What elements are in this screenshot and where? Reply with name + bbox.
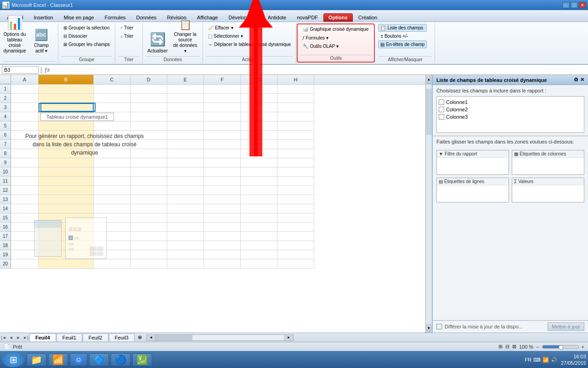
sheet-nav-first[interactable]: |◄ — [0, 334, 7, 341]
cell-R18C7[interactable] — [241, 241, 277, 250]
cell-R5C5[interactable] — [167, 121, 204, 131]
cell-R1C7[interactable] — [241, 85, 277, 94]
row-header-3[interactable]: 3 — [0, 103, 11, 112]
field-item-colonne1[interactable]: Colonne1 — [439, 98, 582, 106]
cell-R15C7[interactable] — [241, 213, 277, 223]
sheet-nav-prev[interactable]: ◄ — [7, 334, 15, 341]
hscroll-left[interactable]: ◄ — [147, 334, 156, 341]
cell-R2C5[interactable] — [167, 94, 204, 103]
boutons-plus-moins-btn[interactable]: ± Boutons +/- — [378, 32, 427, 40]
cell-R4C1[interactable] — [11, 112, 39, 121]
tab-antidote[interactable]: Antidote — [263, 13, 291, 22]
cell-R10C1[interactable] — [11, 167, 39, 177]
cell-R17C6[interactable] — [204, 232, 241, 241]
selectionner-btn[interactable]: ⬚ Sélectionner ▾ — [206, 32, 293, 40]
cell-R9C1[interactable] — [11, 158, 39, 167]
cell-R7C6[interactable] — [204, 140, 241, 149]
cell-R16C7[interactable] — [241, 223, 277, 232]
cell-R3C1[interactable] — [11, 103, 39, 112]
cell-R14C3[interactable] — [94, 204, 130, 213]
sheet-nav-last[interactable]: ►| — [22, 334, 29, 341]
scroll-thumb[interactable] — [426, 89, 432, 135]
col-header-G[interactable]: G — [241, 75, 277, 84]
update-btn[interactable]: Mettre à jour — [548, 322, 584, 331]
cell-R14C2[interactable] — [39, 204, 94, 213]
cell-R15C4[interactable] — [130, 213, 167, 223]
cell-R7C8[interactable] — [277, 140, 314, 149]
cell-R20C8[interactable] — [277, 259, 314, 269]
taskbar-chrome[interactable] — [70, 353, 87, 366]
tab-developpeur[interactable]: Développeur — [223, 13, 262, 22]
cell-R20C5[interactable] — [167, 259, 204, 269]
scroll-down-btn[interactable]: ▼ — [426, 323, 432, 333]
cell-R8C5[interactable] — [167, 149, 204, 158]
grouper-selection-btn[interactable]: ⊞ Grouper la sélection — [61, 24, 112, 32]
sheet-tab-feuil4[interactable]: Feuil4 — [29, 334, 56, 341]
row-header-10[interactable]: 10 — [0, 167, 11, 177]
panel-close-icon[interactable]: ✕ — [580, 77, 584, 83]
graphique-croise-btn[interactable]: 📊 Graphique croisé dynamique — [300, 25, 371, 33]
formula-input[interactable] — [51, 67, 586, 73]
title-bar-controls[interactable]: − □ ✕ — [562, 2, 586, 8]
cell-R9C6[interactable] — [204, 158, 241, 167]
col-header-B[interactable]: B — [39, 75, 94, 84]
effacer-btn[interactable]: 🧹 Effacer ▾ — [206, 24, 293, 32]
cell-R11C1[interactable] — [11, 177, 39, 186]
cell-R12C6[interactable] — [204, 186, 241, 195]
row-header-14[interactable]: 14 — [0, 204, 11, 213]
col-header-D[interactable]: D — [130, 75, 167, 84]
cell-R20C4[interactable] — [130, 259, 167, 269]
row-header-20[interactable]: 20 — [0, 259, 11, 269]
cell-R8C6[interactable] — [204, 149, 241, 158]
cell-R18C8[interactable] — [277, 241, 314, 250]
panel-settings-icon[interactable]: ⚙ — [574, 77, 578, 83]
selectionner-dropdown[interactable]: ▾ — [241, 34, 243, 39]
cell-R1C5[interactable] — [167, 85, 204, 94]
cell-R3C7[interactable] — [241, 103, 277, 112]
cell-R16C4[interactable] — [130, 223, 167, 232]
cell-R15C5[interactable] — [167, 213, 204, 223]
tab-options[interactable]: Options — [323, 13, 353, 22]
taskbar-excel[interactable]: 📁 — [27, 353, 46, 366]
effacer-dropdown[interactable]: ▾ — [231, 25, 233, 30]
cell-R19C6[interactable] — [204, 250, 241, 259]
cell-R10C4[interactable] — [130, 167, 167, 177]
cell-R17C5[interactable] — [167, 232, 204, 241]
cell-R5C7[interactable] — [241, 121, 277, 131]
cell-R8C8[interactable] — [277, 149, 314, 158]
taskbar-folder[interactable]: 🔷 — [89, 353, 109, 366]
cell-R3C8[interactable] — [277, 103, 314, 112]
scroll-up-btn[interactable]: ▲ — [426, 75, 432, 84]
trier-desc-btn[interactable]: ↓ Trier — [118, 32, 136, 40]
sheet-tab-feuil3[interactable]: Feuil3 — [109, 334, 135, 341]
cell-R3C5[interactable] — [167, 103, 204, 112]
cell-R4C6[interactable] — [204, 112, 241, 121]
view-page-btn[interactable]: ⊟ — [505, 344, 509, 350]
en-tetes-champ-btn[interactable]: ▤ En-têtes de champ — [378, 40, 427, 48]
row-header-1[interactable]: 1 — [0, 85, 11, 94]
sheet-tab-new[interactable]: ⊕ — [135, 334, 145, 341]
cell-R1C8[interactable] — [277, 85, 314, 94]
field-checkbox-colonne1[interactable] — [439, 99, 444, 105]
cell-R17C7[interactable] — [241, 232, 277, 241]
tab-donnees[interactable]: Données — [131, 13, 162, 22]
cell-R17C4[interactable] — [130, 232, 167, 241]
cell-R13C2[interactable] — [39, 195, 94, 204]
cell-R19C4[interactable] — [130, 250, 167, 259]
trier-asc-btn[interactable]: ↑ Trier — [118, 24, 136, 32]
cell-R11C8[interactable] — [277, 177, 314, 186]
cell-R9C2[interactable] — [39, 158, 94, 167]
tab-novapdf[interactable]: novaPDF — [292, 13, 323, 22]
cell-R4C7[interactable] — [241, 112, 277, 121]
cell-R20C6[interactable] — [204, 259, 241, 269]
cell-R1C3[interactable] — [94, 85, 130, 94]
drag-zone-lignes[interactable]: ▤ Étiquettes de lignes — [436, 178, 509, 202]
formules-btn[interactable]: 𝑓 Formules ▾ — [300, 34, 371, 42]
cell-R20C1[interactable] — [11, 259, 39, 269]
cell-R11C6[interactable] — [204, 177, 241, 186]
outils-olap-dropdown[interactable]: ▾ — [336, 44, 339, 49]
liste-champs-btn[interactable]: 📋 Liste des champs — [378, 24, 427, 32]
sheet-tab-feuil2[interactable]: Feuil2 — [83, 334, 108, 341]
field-checkbox-colonne3[interactable] — [439, 114, 444, 120]
cell-R13C5[interactable] — [167, 195, 204, 204]
